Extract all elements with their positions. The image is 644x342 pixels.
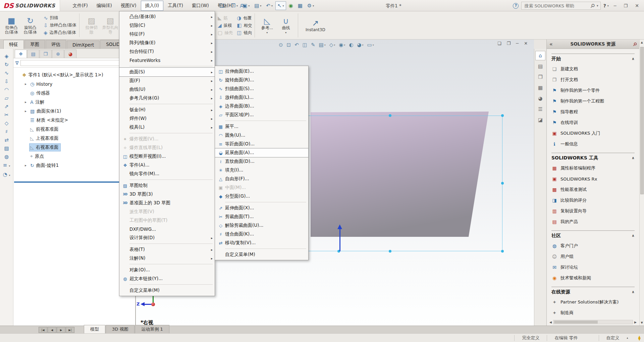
task-pane-row[interactable]: ▥ 复制设置向导 ∧ xyxy=(551,206,635,216)
tree-item[interactable]: ▸ ☰ 材质 <未指定> xyxy=(13,116,135,125)
expand-arrow-icon[interactable]: ▸ xyxy=(25,82,30,86)
menubar-item[interactable]: 编辑(E) xyxy=(92,1,116,11)
quickbar-button[interactable]: ❐ ▾ xyxy=(229,1,239,10)
ribbon-button[interactable]: ◺ 参考... ▾ xyxy=(258,15,276,36)
menu-item[interactable]: ◍ 超文本链接(Y)... ▸ xyxy=(119,274,215,283)
menu-item[interactable]: ▱ 平面区域(P)... ▸ xyxy=(215,111,308,119)
quickbar-button[interactable]: ❏ ▾ xyxy=(217,1,228,10)
ribbon-button[interactable]: ⇩ 放样凸台/基体 xyxy=(44,22,76,28)
task-pane-row[interactable]: SOLIDWORKS 工具 ∧ xyxy=(551,153,635,163)
direction-arrow[interactable] xyxy=(337,224,343,251)
menu-item[interactable]: ≀ 直纹曲面(D)... ▸ xyxy=(215,157,308,166)
task-pane-row[interactable]: 社区 ∧ xyxy=(551,230,635,241)
menu-item[interactable]: 模具(L) ▸ xyxy=(119,123,215,132)
document-tab[interactable]: 运动算例 1 xyxy=(135,325,169,333)
selection-handle[interactable] xyxy=(501,114,504,117)
menu-item[interactable]: 3D 基准面上的 3D 草图 ▸ xyxy=(119,199,215,207)
tree-item[interactable]: ▸ ▧ 曲面实体(1) xyxy=(13,107,135,116)
task-pane-row[interactable]: ✦ 制造商 ∧ xyxy=(551,307,635,318)
status-caret-icon[interactable]: ▴ xyxy=(627,336,638,339)
ribbon-tab[interactable]: 评估 xyxy=(46,40,66,49)
left-toolbar-button[interactable]: ∿ ▾ xyxy=(4,70,9,76)
close-button[interactable]: ✕ xyxy=(633,2,641,9)
headsup-button[interactable]: ◇ ▾ xyxy=(329,42,335,48)
headsup-button[interactable]: ⊡ ▾ xyxy=(287,42,291,48)
task-pane-row[interactable]: ⚑ 指导教程 ∧ xyxy=(551,107,635,117)
doc-restore-icon[interactable]: ❐ xyxy=(507,41,511,46)
ribbon-button[interactable]: ∿ 扫描 xyxy=(44,15,76,21)
menu-item[interactable]: 参考几何体(G) ▸ xyxy=(119,94,215,102)
scrollbar-thumb[interactable] xyxy=(554,321,598,324)
ribbon-button[interactable]: ◑ 包覆 xyxy=(237,15,252,21)
menu-item[interactable]: ✧ 爆炸直线草图(L) ▸ xyxy=(119,143,215,152)
menu-item[interactable]: 焊件(W) ▸ xyxy=(119,114,215,123)
task-pane-row[interactable]: ⚑ 制作我的第一个零件 ∧ xyxy=(551,85,635,96)
collapse-section-icon[interactable]: ∧ xyxy=(632,156,635,160)
menu-item[interactable]: ◫ 拉伸曲面(E)... ▸ xyxy=(215,67,308,76)
task-pane-tab[interactable]: ◪ xyxy=(535,115,545,125)
scrollbar-thumb[interactable] xyxy=(640,47,644,194)
scroll-left-icon[interactable]: ◀ xyxy=(548,321,553,324)
task-pane-row[interactable]: ☺ 用户组 ∧ xyxy=(551,251,635,262)
menu-item[interactable]: 派生草图(V) ▸ xyxy=(119,207,215,216)
quickbar-button[interactable]: ◉ ▾ xyxy=(287,1,295,10)
menu-item[interactable]: ❖ 零件(A)... ▸ xyxy=(119,161,215,169)
task-pane-row[interactable]: ⚑ 在线培训 ∧ xyxy=(551,117,635,128)
menu-item[interactable]: ◒ 延展曲面(A)... ▸ xyxy=(215,148,308,157)
filter-funnel-icon[interactable]: ∇ xyxy=(15,60,18,66)
expand-arrow-icon[interactable]: ▸ xyxy=(25,100,30,104)
custom-status[interactable]: 自定义 xyxy=(599,335,627,341)
left-toolbar-button[interactable]: ◈ ▾ xyxy=(5,54,9,59)
headsup-button[interactable]: ⊙ ▾ xyxy=(279,42,283,48)
tree-item[interactable]: ▸ ◺ 上视基准面 xyxy=(13,134,135,143)
left-toolbar-button[interactable]: ◠ ▾ xyxy=(4,87,9,92)
ribbon-button[interactable]: ↻ 旋转凸 台/基体 xyxy=(21,15,40,36)
menu-item[interactable]: △ 自由形(F)... ▸ xyxy=(215,175,308,183)
selection-handle[interactable] xyxy=(389,114,391,117)
filter-input[interactable] xyxy=(20,60,133,66)
viewport-layout-icon[interactable]: ❏ xyxy=(497,41,501,46)
quickbar-button[interactable]: ▤ ▾ xyxy=(252,1,263,10)
headsup-button[interactable]: ↶ ▾ xyxy=(294,42,299,48)
task-pane-tab[interactable]: ▦ xyxy=(535,83,545,92)
menubar-item[interactable]: 视图(V) xyxy=(116,1,141,11)
menu-item[interactable]: 钣金(H) ▸ xyxy=(119,106,215,114)
left-toolbar-button[interactable]: ↻ ▾ xyxy=(4,62,9,67)
task-pane-row[interactable]: ▦ 属性标签编制程序 ∧ xyxy=(551,163,635,174)
menu-item[interactable]: 凸台/基体(B) ▸ xyxy=(119,12,215,21)
menu-item[interactable]: ⇗ 延伸曲面(X)... ▸ xyxy=(215,204,308,212)
tree-item[interactable]: ▸ ↻ 曲面-旋转1 xyxy=(13,161,135,170)
left-toolbar-button[interactable]: ≡ ▾ xyxy=(3,162,10,169)
menu-item[interactable]: ▨ 草图绘制 ▸ xyxy=(119,181,215,190)
scroll-right-icon[interactable]: ▶ xyxy=(633,321,638,324)
task-pane-tab[interactable]: ❐ xyxy=(535,72,545,82)
menu-item[interactable]: ✳ 填充(I)... ▸ xyxy=(215,166,308,175)
quickbar-button[interactable]: ↶ ▾ xyxy=(264,1,275,10)
nav-button[interactable]: ▶| xyxy=(66,327,74,333)
quickbar-button[interactable]: ▣ ▾ xyxy=(240,1,252,10)
ribbon-button[interactable]: ◫ 镜向 xyxy=(237,30,252,36)
left-toolbar-button[interactable]: ⇩ ▾ xyxy=(4,79,9,84)
menu-item[interactable]: ◆ 分型面(G)... ▸ xyxy=(215,192,308,201)
task-pane-row[interactable]: 在线资源 ∧ xyxy=(551,287,635,297)
menu-item[interactable]: 自定义菜单(M) ▸ xyxy=(215,250,308,259)
left-toolbar-button[interactable]: ▱ ▾ xyxy=(5,95,9,101)
menu-item[interactable]: DXF/DWG... ▸ xyxy=(119,225,215,233)
menu-item[interactable]: ♯ 缝合曲面(K)... ▸ xyxy=(215,230,308,238)
task-pane-row[interactable]: ⚑ 制作我的第一个工程图 ∧ xyxy=(551,96,635,107)
headsup-button[interactable]: ▭ ▾ xyxy=(367,42,374,48)
menu-item[interactable]: ◠ 圆角(U)... ▸ xyxy=(215,131,308,140)
ribbon-button[interactable]: ▢ 抽壳 xyxy=(218,30,233,36)
headsup-button[interactable]: ◫ ▾ xyxy=(303,42,307,48)
tree-item[interactable]: ▸ ⌖ 原点 xyxy=(13,152,135,161)
ribbon-button[interactable]: ◣ 筋 xyxy=(218,15,233,21)
task-pane-row[interactable]: ◨ 比较我的评分 ∧ xyxy=(551,195,635,206)
nav-button[interactable]: ◀ xyxy=(48,327,56,333)
ribbon-button[interactable]: ◈ 边界凸台/基体 xyxy=(44,30,76,36)
task-pane-row[interactable]: ▤ 我的产品 ∧ xyxy=(551,216,635,227)
task-pane-row[interactable]: ◍ 客户门户 ∧ xyxy=(551,241,635,251)
ribbon-tab[interactable]: 特征 xyxy=(3,40,24,49)
document-tab[interactable]: 模型 xyxy=(84,325,105,333)
left-toolbar-button[interactable]: ✂ ▾ xyxy=(4,112,9,118)
ribbon-tab[interactable]: DimXpert xyxy=(67,41,100,49)
